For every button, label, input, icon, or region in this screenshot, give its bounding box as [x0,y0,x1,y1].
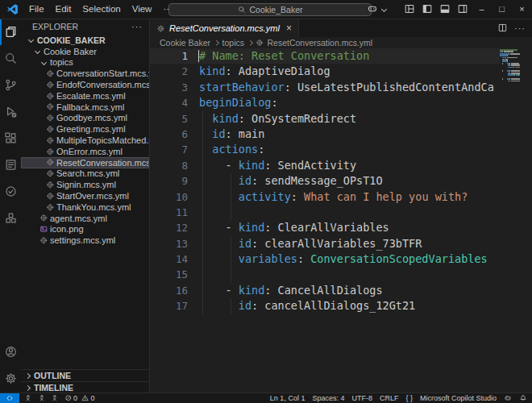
section-outline[interactable]: OUTLINE [21,369,149,381]
breadcrumb-item[interactable]: topics [222,38,244,48]
tree-item-startover-mcs-yml[interactable]: StartOver.mcs.yml [21,190,149,202]
toggle-panel-icon[interactable] [436,0,454,18]
status-crlf[interactable]: CRLF [380,394,399,402]
code-line-7[interactable]: 7 actions: [150,142,500,157]
toggle-sidebar-right-icon[interactable] [454,0,472,18]
tree-root-cookie-baker[interactable]: COOKIE_BAKER [21,35,149,46]
tree-item-multipletopicsmatched-mcs-yml[interactable]: MultipleTopicsMatched.mcs.yml [21,135,149,146]
customize-layout-icon[interactable] [401,0,418,18]
split-editor-icon[interactable] [497,23,508,33]
tree-item-fallback-mcs-yml[interactable]: Fallback.mcs.yml [21,102,149,113]
code-line-8[interactable]: 8 - kind: SendActivity [150,158,500,173]
menu-edit[interactable]: Edit [50,2,77,16]
problems-indicator[interactable]: 0 0 [64,394,95,402]
code-editor[interactable]: 1# Name: Reset Conversation2kind: Adapti… [150,48,532,393]
tree-item-endofconversation-mcs-yml[interactable]: EndofConversation.mcs.yml [21,79,149,90]
tree-item-label: Signin.mcs.yml [56,180,116,189]
code-line-1[interactable]: 1# Name: Reset Conversation [150,48,500,64]
code-line-4[interactable]: 4beginDialog: [150,95,500,110]
status-right-items: Ln 1, Col 1Spaces: 4UTF-8CRLF{ }Microsof… [270,394,532,402]
maximize-button[interactable]: □ [492,0,512,18]
remote-indicator[interactable] [0,393,19,403]
tree-item-resetconversation-mcs-yml[interactable]: ResetConversation.mcs.yml [21,157,149,168]
status-utf-8[interactable]: UTF-8 [351,394,372,402]
tree-item-topics[interactable]: topics [21,57,149,69]
code-line-13[interactable]: 13 id: clearAllVariables_73bTFR [150,236,500,251]
activitybar-run-debug[interactable] [0,98,21,125]
tree-item-greeting-mcs-yml[interactable]: Greeting.mcs.yml [21,123,149,135]
remote-icon [6,394,14,402]
activitybar-source-control[interactable] [0,72,21,98]
menu-selection[interactable]: Selection [77,2,126,16]
activitybar-search[interactable] [0,45,21,72]
explorer-more-actions-icon[interactable]: ··· [131,22,143,31]
minimize-button[interactable]: – [472,0,492,18]
tree-item-conversationstart-mcs-yml[interactable]: ConversationStart.mcs.yml [21,68,149,79]
activitybar-explorer[interactable] [0,19,21,45]
image-file-icon [39,225,48,234]
gear-icon [4,372,18,385]
breadcrumb-item[interactable]: Cookie Baker [160,38,210,48]
tree-item-label: Fallback.mcs.yml [56,102,124,112]
tree-item-onerror-mcs-yml[interactable]: OnError.mcs.yml [21,146,149,157]
activitybar-settings[interactable] [0,365,21,392]
editor-more-actions-icon[interactable]: ··· [514,23,526,33]
tree-item-search-mcs-yml[interactable]: Search.mcs.yml [21,168,149,180]
activitybar-notebook-list[interactable] [0,152,21,178]
breadcrumb: Cookie BakertopicsResetConversation.mcs.… [150,37,532,48]
tree-item-settings-mcs-yml[interactable]: settings.mcs.yml [21,235,149,246]
agent-icon-2[interactable] [38,394,46,402]
line-number: 17 [150,298,188,314]
copilot-icon[interactable] [504,394,512,402]
code-line-9[interactable]: 9 id: sendMessage_OPsT1O [150,173,500,189]
tree-item-agent-mcs-yml[interactable]: agent.mcs.yml [21,213,149,224]
chevron-down-icon[interactable] [381,0,389,18]
command-center-search[interactable]: Cookie_Baker [168,3,372,16]
tree-item-escalate-mcs-yml[interactable]: Escalate.mcs.yml [21,90,149,102]
code-line-11[interactable]: 11 [150,205,500,220]
code-line-15[interactable]: 15 [150,267,500,282]
code-line-2[interactable]: 2kind: AdaptiveDialog [150,64,500,79]
activitybar-blocks[interactable] [0,205,21,231]
status-microsoft-copilot-studio[interactable]: Microsoft Copilot Studio [420,394,497,402]
explorer-header: EXPLORER ··· [21,19,149,35]
status-spaces-4[interactable]: Spaces: 4 [312,394,344,402]
minimap[interactable] [500,49,521,393]
warnings-count: 0 [91,394,95,402]
toggle-sidebar-left-icon[interactable] [418,0,436,18]
tree-item-thankyou-mcs-yml[interactable]: ThankYou.mcs.yml [21,202,149,213]
menu-view[interactable]: View [127,2,158,16]
activitybar-extensions[interactable] [0,125,21,152]
tree-item-goodbye-mcs-yml[interactable]: Goodbye.mcs.yml [21,113,149,124]
code-line-6[interactable]: 6 id: main [150,127,500,142]
close-button[interactable]: × [512,0,532,18]
code-line-16[interactable]: 16 - kind: CancelAllDialogs [150,283,500,298]
code-line-5[interactable]: 5 kind: OnSystemRedirect [150,111,500,127]
copilot-icon[interactable] [364,0,381,18]
status-ln-1-col-1[interactable]: Ln 1, Col 1 [270,394,305,402]
agent-icon-1[interactable] [24,394,32,402]
tab-resetconversation[interactable]: ResetConversation.mcs.yml × [150,19,299,37]
tree-item-icon-png[interactable]: icon.png [21,224,149,235]
tree-item-signin-mcs-yml[interactable]: Signin.mcs.yml [21,179,149,190]
tree-item-label: MultipleTopicsMatched.mcs.yml [56,135,149,145]
activitybar-tasks[interactable] [0,178,21,205]
yaml-file-icon [45,102,55,111]
activitybar-account[interactable] [0,339,21,365]
section-timeline[interactable]: TIMELINE [21,381,149,393]
tab-close-icon[interactable]: × [286,23,292,34]
menu-file[interactable]: File [23,2,50,16]
editor-scrollbar[interactable] [521,48,532,393]
status-[interactable]: { } [405,394,413,402]
breadcrumb-file[interactable]: ResetConversation.mcs.yml [256,38,372,48]
code-line-10[interactable]: 10 activity: What can I help you with? [150,189,500,205]
code-line-3[interactable]: 3startBehavior: UseLatestPublishedConten… [150,80,500,95]
agent-icon-3[interactable] [51,394,59,402]
bell-icon[interactable] [519,394,527,402]
code-line-17[interactable]: 17 id: cancelAllDialogs_12Gt21 [150,298,500,314]
text-cursor [198,50,199,62]
code-line-12[interactable]: 12 - kind: ClearAllVariables [150,220,500,235]
tree-item-cookie-baker[interactable]: Cookie Baker [21,46,149,57]
vscode-window: FileEditSelectionView··· ← → Cookie_Bake… [0,0,532,403]
code-line-14[interactable]: 14 variables: ConversationScopedVariable… [150,251,500,267]
